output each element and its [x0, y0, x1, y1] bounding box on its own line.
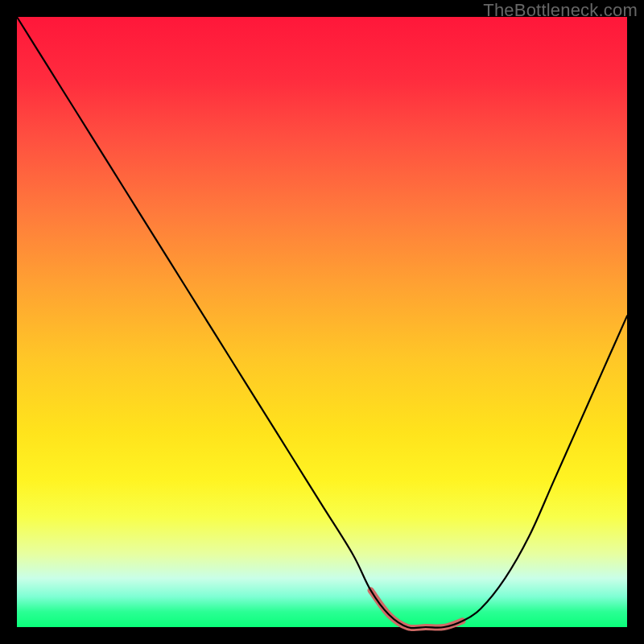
chart-svg — [17, 17, 627, 627]
chart-container: TheBottleneck.com — [0, 0, 644, 644]
watermark-text: TheBottleneck.com — [483, 0, 638, 21]
chart-plot-area — [17, 17, 627, 627]
bottleneck-curve-line — [17, 17, 627, 628]
